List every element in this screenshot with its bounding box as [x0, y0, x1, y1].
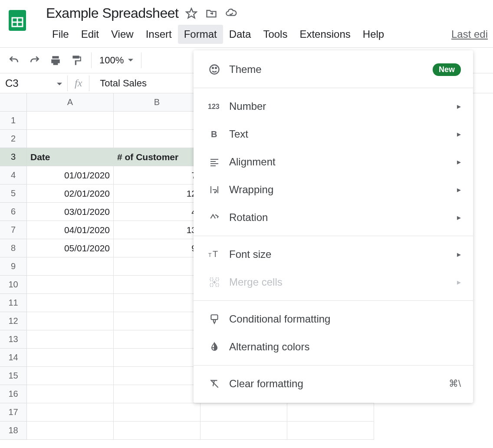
cell[interactable]: 7 — [114, 166, 200, 184]
cell[interactable]: 01/01/2020 — [27, 166, 114, 184]
cloud-status-icon[interactable] — [224, 7, 238, 20]
cell[interactable] — [287, 403, 374, 422]
cell[interactable] — [27, 330, 114, 349]
zoom-select[interactable]: 100% — [96, 55, 137, 66]
menu-help[interactable]: Help — [357, 25, 390, 44]
cell[interactable] — [114, 312, 200, 330]
cell[interactable] — [27, 312, 114, 330]
row-head[interactable]: 14 — [0, 349, 27, 367]
menu-number[interactable]: 123 Number ▸ — [194, 92, 473, 120]
row-head[interactable]: 16 — [0, 385, 27, 403]
doc-title[interactable]: Example Spreadsheet — [46, 5, 178, 21]
cell[interactable] — [27, 130, 114, 148]
cell[interactable] — [114, 257, 200, 276]
row-head[interactable]: 13 — [0, 330, 27, 349]
svg-point-5 — [210, 65, 219, 74]
menu-clear-formatting[interactable]: Clear formatting ⌘\ — [194, 370, 473, 398]
menu-data[interactable]: Data — [223, 25, 257, 44]
menu-format[interactable]: Format — [178, 25, 223, 44]
col-head-a[interactable]: A — [27, 93, 114, 112]
cell[interactable]: 13 — [114, 221, 200, 239]
cell[interactable] — [27, 276, 114, 294]
row-head[interactable]: 7 — [0, 221, 27, 239]
sheets-logo[interactable] — [6, 5, 29, 36]
menu-alternating-colors[interactable]: Alternating colors — [194, 333, 473, 361]
row-head[interactable]: 3 — [0, 148, 27, 166]
menu-insert[interactable]: Insert — [140, 25, 178, 44]
menu-alignment[interactable]: Alignment ▸ — [194, 148, 473, 176]
row-head[interactable]: 17 — [0, 403, 27, 422]
row-head[interactable]: 6 — [0, 203, 27, 221]
formula-input[interactable]: Total Sales — [89, 78, 147, 89]
cell[interactable]: 12 — [114, 184, 200, 203]
cell[interactable] — [114, 330, 200, 349]
col-head-b[interactable]: B — [114, 93, 200, 112]
row-head[interactable]: 9 — [0, 257, 27, 276]
row-head[interactable]: 8 — [0, 239, 27, 257]
cell[interactable] — [27, 112, 114, 130]
row-head[interactable]: 18 — [0, 422, 27, 440]
cell[interactable] — [114, 112, 200, 130]
cell-a3[interactable]: Date — [27, 148, 114, 166]
redo-button[interactable] — [26, 52, 43, 69]
star-icon[interactable] — [184, 7, 198, 20]
row-head[interactable]: 10 — [0, 276, 27, 294]
cell[interactable] — [200, 403, 287, 422]
cell[interactable] — [27, 349, 114, 367]
menu-theme[interactable]: Theme New — [194, 56, 473, 83]
cell[interactable]: 03/01/2020 — [27, 203, 114, 221]
cell[interactable] — [200, 422, 287, 440]
shortcut-label: ⌘\ — [449, 378, 461, 389]
cell[interactable] — [287, 422, 374, 440]
menu-alignment-label: Alignment — [229, 156, 276, 168]
cell[interactable] — [27, 294, 114, 312]
last-edit-link[interactable]: Last edi — [451, 28, 493, 40]
row-head[interactable]: 15 — [0, 367, 27, 385]
menu-text[interactable]: B Text ▸ — [194, 120, 473, 148]
cell[interactable] — [114, 294, 200, 312]
cell[interactable] — [114, 276, 200, 294]
submenu-arrow-icon: ▸ — [457, 157, 461, 167]
menu-conditional-formatting[interactable]: Conditional formatting — [194, 305, 473, 333]
cell[interactable]: 05/01/2020 — [27, 239, 114, 257]
select-all-corner[interactable] — [0, 93, 27, 112]
menu-rotation[interactable]: Rotation ▸ — [194, 204, 473, 231]
row-head[interactable]: 4 — [0, 166, 27, 184]
row-head[interactable]: 2 — [0, 130, 27, 148]
cell-b3[interactable]: # of Customer — [114, 148, 200, 166]
menu-edit[interactable]: Edit — [75, 25, 105, 44]
cell[interactable] — [27, 385, 114, 403]
cell[interactable] — [114, 385, 200, 403]
row-head[interactable]: 1 — [0, 112, 27, 130]
cell[interactable] — [114, 367, 200, 385]
cell[interactable] — [27, 367, 114, 385]
cell[interactable] — [114, 422, 200, 440]
cell[interactable] — [27, 257, 114, 276]
cell[interactable] — [27, 403, 114, 422]
align-left-icon — [206, 157, 223, 167]
paint-format-button[interactable] — [68, 52, 85, 69]
name-box[interactable]: C3 — [0, 77, 67, 89]
svg-text:T: T — [208, 252, 212, 258]
menu-view[interactable]: View — [105, 25, 140, 44]
cell[interactable] — [114, 403, 200, 422]
menu-tools[interactable]: Tools — [257, 25, 293, 44]
cell[interactable]: 9 — [114, 239, 200, 257]
print-button[interactable] — [47, 52, 64, 69]
cell[interactable] — [114, 130, 200, 148]
cell[interactable]: 4 — [114, 203, 200, 221]
row-head[interactable]: 11 — [0, 294, 27, 312]
cell[interactable]: 04/01/2020 — [27, 221, 114, 239]
row-head[interactable]: 5 — [0, 184, 27, 203]
palette-icon — [206, 63, 223, 76]
row-head[interactable]: 12 — [0, 312, 27, 330]
cell[interactable]: 02/01/2020 — [27, 184, 114, 203]
menu-file[interactable]: File — [46, 25, 75, 44]
menu-extensions[interactable]: Extensions — [293, 25, 356, 44]
move-folder-icon[interactable] — [204, 7, 218, 20]
menu-fontsize[interactable]: TT Font size ▸ — [194, 240, 473, 268]
undo-button[interactable] — [5, 52, 23, 69]
menu-wrapping[interactable]: Wrapping ▸ — [194, 176, 473, 204]
cell[interactable] — [27, 422, 114, 440]
cell[interactable] — [114, 349, 200, 367]
